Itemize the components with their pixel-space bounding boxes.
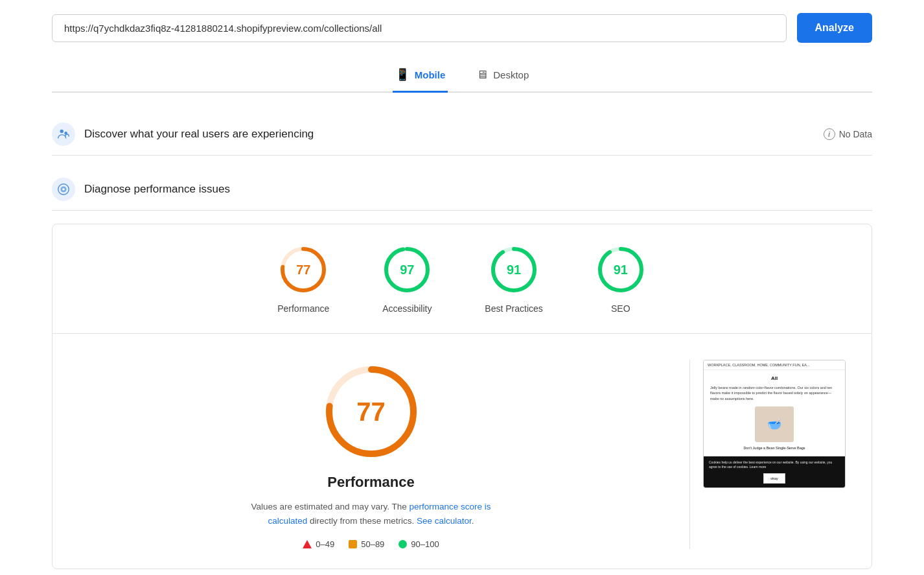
orange-square-icon xyxy=(349,540,357,548)
score-circles-row: 77 Performance 97 Accessibility xyxy=(78,244,846,333)
real-users-section-header: Discover what your real users are experi… xyxy=(52,113,872,156)
calculator-link[interactable]: See calculator xyxy=(417,516,472,526)
analyze-button[interactable]: Analyze xyxy=(797,13,872,43)
screenshot-cookie-btn: okay xyxy=(763,473,785,484)
screenshot-cookie-text: Cookies help us deliver the best experie… xyxy=(709,460,832,469)
legend-item-good: 90–100 xyxy=(398,539,439,549)
screenshot-body: All Jelly beans made in random color-fla… xyxy=(704,370,845,456)
seo-score: 91 xyxy=(614,263,628,277)
desc-mid: directly from these metrics. xyxy=(307,516,417,526)
score-item-performance[interactable]: 77 Performance xyxy=(277,244,329,314)
screenshot-product-name: Don't Judge a Bean Single-Serve Bags xyxy=(710,446,838,450)
desc-text: Values are estimated and may vary. The xyxy=(251,502,410,511)
screenshot-top-bar-text: WORKPLACE, CLASSROOM, HOME, COMMUNITY FU… xyxy=(708,363,810,367)
diagnose-section-header: Diagnose performance issues xyxy=(52,169,872,211)
screenshot-cookie-banner: Cookies help us deliver the best experie… xyxy=(704,456,845,487)
diagnose-title: Diagnose performance issues xyxy=(84,183,230,196)
info-icon: i xyxy=(824,128,835,140)
screenshot-product-image: 🥣 xyxy=(755,406,794,442)
real-users-title: Discover what your real users are experi… xyxy=(84,128,314,141)
legend-bad-range: 0–49 xyxy=(316,539,334,549)
svg-point-0 xyxy=(60,130,64,134)
device-tabs: 📱 Mobile 🖥 Desktop xyxy=(52,61,872,93)
detail-description: Values are estimated and may vary. The p… xyxy=(242,500,501,528)
desc-end: . xyxy=(472,516,474,526)
seo-label: SEO xyxy=(611,303,630,314)
seo-gauge: 91 xyxy=(595,244,647,296)
score-item-seo[interactable]: 91 SEO xyxy=(595,244,647,314)
green-circle-icon xyxy=(398,540,407,548)
diagnose-icon xyxy=(52,178,75,201)
screenshot-top-bar: WORKPLACE, CLASSROOM, HOME, COMMUNITY FU… xyxy=(704,360,845,370)
tab-mobile[interactable]: 📱 Mobile xyxy=(393,61,448,93)
screenshot-panel: WORKPLACE, CLASSROOM, HOME, COMMUNITY FU… xyxy=(703,360,846,488)
scores-card: 77 Performance 97 Accessibility xyxy=(52,224,872,569)
tab-mobile-label: Mobile xyxy=(415,69,446,80)
best-practices-label: Best Practices xyxy=(485,303,542,314)
url-bar-row: Analyze xyxy=(52,13,872,43)
no-data-label: No Data xyxy=(839,129,872,139)
detail-left: 77 Performance Values are estimated and … xyxy=(78,360,676,549)
detail-divider xyxy=(689,360,690,549)
large-performance-gauge: 77 xyxy=(319,360,423,464)
accessibility-gauge: 97 xyxy=(381,244,433,296)
accessibility-label: Accessibility xyxy=(382,303,432,314)
url-input[interactable] xyxy=(52,14,787,42)
screenshot-frame: WORKPLACE, CLASSROOM, HOME, COMMUNITY FU… xyxy=(703,360,846,488)
performance-label: Performance xyxy=(277,303,329,314)
red-triangle-icon xyxy=(303,540,312,548)
best-practices-gauge: 91 xyxy=(488,244,540,296)
score-item-best-practices[interactable]: 91 Best Practices xyxy=(485,244,542,314)
large-performance-score: 77 xyxy=(356,397,386,427)
score-item-accessibility[interactable]: 97 Accessibility xyxy=(381,244,433,314)
performance-gauge: 77 xyxy=(277,244,329,296)
legend-row: 0–49 50–89 90–100 xyxy=(303,539,439,549)
tab-desktop-label: Desktop xyxy=(493,69,529,80)
legend-good-range: 90–100 xyxy=(411,539,439,549)
svg-point-4 xyxy=(62,188,65,191)
no-data-badge: i No Data xyxy=(824,128,872,140)
real-users-icon xyxy=(52,123,75,146)
accessibility-score: 97 xyxy=(400,263,414,277)
legend-item-bad: 0–49 xyxy=(303,539,334,549)
performance-score: 77 xyxy=(296,263,310,277)
detail-title: Performance xyxy=(327,474,415,491)
best-practices-score: 91 xyxy=(507,263,521,277)
screenshot-body-text: Jelly beans made in random color-flavor … xyxy=(710,385,838,401)
legend-medium-range: 50–89 xyxy=(361,539,384,549)
tab-desktop[interactable]: 🖥 Desktop xyxy=(474,61,531,93)
screenshot-heading: All xyxy=(710,375,838,381)
desktop-icon: 🖥 xyxy=(476,68,488,82)
detail-row: 77 Performance Values are estimated and … xyxy=(78,334,846,569)
legend-item-medium: 50–89 xyxy=(349,539,384,549)
mobile-icon: 📱 xyxy=(395,67,410,82)
